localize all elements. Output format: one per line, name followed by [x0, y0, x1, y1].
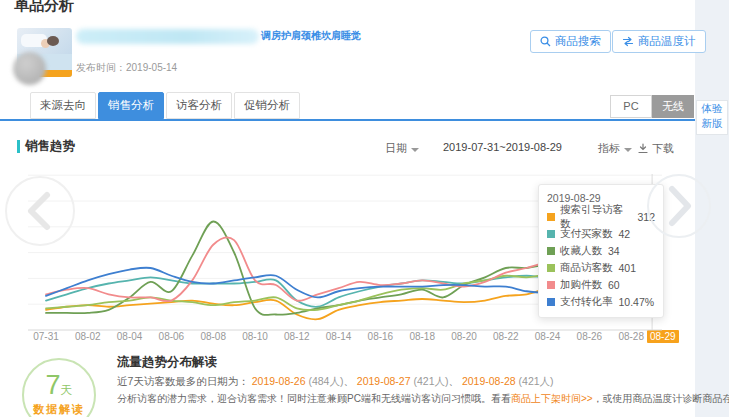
legend-swatch — [547, 213, 555, 221]
insight-title: 流量趋势分布解读 — [117, 354, 217, 371]
tooltip-metric-value: 401 — [619, 262, 637, 274]
chevron-right-icon — [672, 189, 688, 223]
publish-time-value: 2019-05-14 — [126, 62, 177, 73]
product-thermometer-label: 商品温度计 — [638, 31, 696, 52]
tooltip-metric-label: 加购件数 — [560, 278, 602, 292]
tooltip-metric-value: 10.47% — [619, 296, 655, 308]
badge-days: 7天 — [24, 370, 94, 401]
tooltip-row: 收藏人数34 — [547, 242, 655, 259]
top-date-count: (421人) — [411, 375, 449, 387]
top-date-count: (484人) — [305, 375, 343, 387]
carousel-next-button[interactable] — [645, 172, 713, 240]
chevron-left-icon — [31, 195, 47, 227]
top-date: 2019-08-28 — [459, 375, 516, 387]
product-title-redacted-blur — [76, 29, 259, 44]
legend-swatch — [547, 247, 555, 255]
top-dates: 2019-08-26 (484人)、 2019-08-27 (421人)、 20… — [249, 375, 554, 387]
legend-swatch — [547, 281, 555, 289]
tab-underline — [0, 119, 695, 121]
legend-swatch — [547, 230, 555, 238]
new-version-line2: 新版 — [697, 116, 727, 131]
badge-days-number: 7 — [45, 370, 60, 400]
product-thermometer-button[interactable]: 商品温度计 — [612, 30, 706, 53]
tab-1[interactable]: 销售分析 — [98, 92, 164, 119]
download-icon — [638, 143, 648, 154]
chevron-down-icon — [411, 148, 419, 152]
tab-2[interactable]: 访客分析 — [166, 92, 232, 119]
tooltip-metric-label: 收藏人数 — [560, 244, 602, 258]
new-version-line1: 体验 — [697, 101, 727, 116]
product-search-label: 商品搜索 — [555, 31, 601, 52]
download-button[interactable]: 下载 — [638, 141, 674, 156]
insight-line2: 分析访客的潜力需求，迎合访客需求！同时注意兼顾PC端和无线端访客访问习惯哦。看看… — [117, 392, 729, 406]
tooltip-metric-value: 60 — [608, 279, 620, 291]
insight-line1: 近7天访客数最多的日期为： 2019-08-26 (484人)、 2019-08… — [117, 375, 554, 389]
insight-line2-part1: 分析访客的潜力需求，迎合访客需求！同时注意兼顾PC端和无线端访客访问习惯哦。看看 — [117, 393, 511, 404]
tooltip-metric-label: 支付买家数 — [560, 227, 613, 241]
tooltip-metric-value: 42 — [619, 228, 631, 240]
date-filter-label: 日期 — [385, 141, 407, 156]
tooltip-row: 搜索引导访客数312 — [547, 208, 655, 225]
tooltip-metric-label: 支付转化率 — [560, 295, 613, 309]
tooltip-row: 加购件数60 — [547, 276, 655, 293]
toggle-pc[interactable]: PC — [610, 95, 652, 118]
top-date: 2019-08-27 — [354, 375, 411, 387]
insight-line1-prefix: 近7天访客数最多的日期为： — [117, 375, 249, 387]
separator: 、 — [449, 375, 460, 387]
onsale-time-link[interactable]: 商品上下架时间>> — [511, 393, 593, 404]
try-new-version-button[interactable]: 体验 新版 — [696, 100, 728, 135]
badge-caption: 数据解读 — [24, 402, 94, 417]
avatar — [13, 52, 46, 85]
separator: 、 — [343, 375, 354, 387]
chevron-down-icon — [624, 148, 632, 152]
circle-outline — [6, 177, 74, 245]
section-marker — [17, 140, 20, 153]
sales-trend-title: 销售趋势 — [25, 138, 75, 155]
tooltip-metric-value: 34 — [608, 245, 620, 257]
publish-time-label: 发布时间： — [76, 62, 126, 73]
tooltip-row: 支付转化率10.47% — [547, 293, 655, 310]
tab-0[interactable]: 来源去向 — [30, 92, 96, 119]
insight-line2-part2: ，或使用商品温度计诊断商品存在什么问题吧。 — [593, 393, 729, 404]
circle-outline — [648, 175, 710, 237]
product-search-button[interactable]: 商品搜索 — [530, 30, 611, 53]
date-filter-dropdown[interactable]: 日期 — [385, 141, 419, 156]
publish-time: 发布时间：2019-05-14 — [76, 61, 177, 75]
metric-filter-label: 指标 — [598, 141, 620, 156]
top-date-count: (421人) — [516, 375, 554, 387]
carousel-prev-button[interactable] — [2, 173, 78, 249]
legend-swatch — [547, 298, 555, 306]
tooltip-row: 支付买家数42 — [547, 225, 655, 242]
top-date: 2019-08-26 — [249, 375, 306, 387]
tooltip-row: 商品访客数401 — [547, 259, 655, 276]
insight-badge: 7天 数据解读 — [22, 358, 96, 417]
page-title: 单品分析 — [14, 0, 74, 15]
date-range-value[interactable]: 2019-07-31~2019-08-29 — [443, 141, 562, 153]
tooltip-metric-label: 商品访客数 — [560, 261, 613, 275]
device-toggle: PC 无线 — [610, 95, 694, 118]
tooltip-rows: 搜索引导访客数312支付买家数42收藏人数34商品访客数401加购件数60支付转… — [547, 208, 655, 310]
download-label: 下载 — [652, 141, 674, 156]
product-title-link[interactable]: 调房护肩颈椎坎肩睡觉 — [261, 29, 361, 43]
tab-bar: 来源去向销售分析访客分析促销分析 — [30, 92, 302, 119]
thermometer-swap-icon — [622, 36, 634, 47]
thumbnail-art — [47, 36, 59, 46]
badge-days-unit: 天 — [61, 383, 73, 397]
tab-3[interactable]: 促销分析 — [234, 92, 300, 119]
legend-swatch — [547, 264, 555, 272]
metric-filter-dropdown[interactable]: 指标 — [598, 141, 632, 156]
toggle-wireless[interactable]: 无线 — [652, 95, 694, 118]
search-icon — [540, 36, 551, 47]
single-product-analysis-page: 体验 新版 单品分析 调房护肩颈椎坎肩睡觉 发布时间：2019-05-14 商品… — [0, 0, 729, 417]
